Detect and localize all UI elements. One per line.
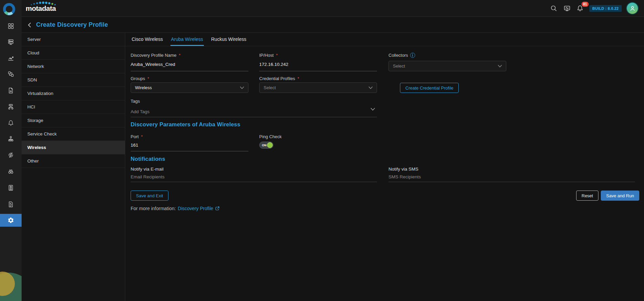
motadata-logo: motadata	[26, 4, 56, 12]
discovery-binoculars-icon[interactable]	[0, 165, 22, 178]
chevron-down-icon	[369, 86, 373, 89]
save-and-run-button[interactable]: Save and Run	[601, 191, 639, 201]
console-monitor-icon[interactable]	[563, 4, 571, 12]
port-value[interactable]: 161	[131, 143, 248, 148]
notify-sms-label: Notify via SMS	[388, 167, 419, 172]
ping-check-label: Ping Check	[259, 134, 281, 139]
sidebar-item-storage[interactable]: Storage	[22, 114, 125, 127]
more-info-footer: For more information: Discovery Profile	[131, 206, 220, 211]
app-window: motadata 81 BUILD : 8.0.22 Create Discov…	[0, 0, 644, 301]
sidebar-item-server[interactable]: Server	[22, 33, 125, 46]
topbar: motadata 81 BUILD : 8.0.22	[22, 0, 644, 17]
report-schedule-icon[interactable]	[0, 181, 22, 195]
ip-host-value[interactable]: 172.16.10.242	[259, 62, 377, 68]
discovery-profile-name-field[interactable]: Discovery Profile Name* Aruba_Wireless_C…	[131, 52, 248, 71]
sms-notify-field[interactable]: Notify via SMS SMS Recipients	[388, 166, 635, 182]
sidebar-item-sdn[interactable]: SDN	[22, 73, 125, 87]
discovery-profile-name-value[interactable]: Aruba_Wireless_Cred	[131, 62, 248, 68]
logo-dots-arc	[30, 1, 58, 6]
create-credential-profile-button[interactable]: Create Credential Profile	[400, 83, 459, 93]
notifications-bell-icon[interactable]: 81	[576, 4, 584, 12]
alerts-bell-icon[interactable]	[0, 116, 22, 130]
servers-monitor-icon[interactable]	[0, 35, 22, 49]
build-version-badge: BUILD : 8.0.22	[589, 5, 622, 12]
more-info-text: For more information:	[131, 206, 176, 211]
sidebar-item-cloud[interactable]: Cloud	[22, 46, 125, 60]
notify-email-label: Notify via E-mail	[131, 167, 164, 172]
input-underline	[388, 182, 635, 182]
sidebar-item-network[interactable]: Network	[22, 60, 125, 73]
document-icon[interactable]	[0, 84, 22, 97]
notifications-heading: Notifications	[131, 156, 165, 162]
email-notify-field[interactable]: Notify via E-mail Email Recipients	[131, 166, 377, 182]
info-icon[interactable]	[410, 53, 415, 58]
groups-field: Groups* Wireless	[131, 76, 248, 93]
collectors-select[interactable]: Select	[388, 61, 506, 71]
external-link-icon	[215, 206, 220, 211]
app-icon-rail	[0, 0, 22, 301]
credential-profiles-field: Credential Profiles* Select	[259, 76, 377, 93]
motadata-logo-mark	[3, 3, 15, 15]
chevron-down-icon[interactable]	[371, 108, 375, 111]
tab-aruba-wireless[interactable]: Aruba Wireless	[170, 33, 204, 46]
ip-host-label: IP/Host	[259, 53, 274, 58]
ip-host-field[interactable]: IP/Host* 172.16.10.242	[259, 52, 377, 71]
reset-button[interactable]: Reset	[576, 191, 598, 201]
compliance-doc-check-icon[interactable]	[0, 198, 22, 211]
topology-tree-icon[interactable]	[0, 132, 22, 146]
input-underline	[131, 182, 377, 182]
performance-chart-icon[interactable]	[0, 51, 22, 65]
dashboard-grid-icon[interactable]	[0, 19, 22, 33]
topology-flow-icon[interactable]	[0, 67, 22, 81]
sidebar-item-other[interactable]: Other	[22, 154, 125, 168]
discovery-parameters-heading: Discovery Parameters of Aruba Wireless	[131, 121, 240, 128]
input-underline	[259, 71, 377, 71]
tags-field[interactable]: Tags Add Tags	[131, 98, 377, 117]
port-label: Port	[131, 134, 139, 139]
category-sidebar: Server Cloud Network SDN Virtualization …	[22, 33, 125, 301]
page-header: Create Discovery Profile	[22, 17, 644, 33]
network-sitemap-icon[interactable]	[0, 100, 22, 114]
tab-cisco-wireless[interactable]: Cisco Wireless	[131, 33, 164, 46]
ping-check-toggle[interactable]: ON	[259, 142, 273, 149]
tab-ruckus-wireless[interactable]: Ruckus Wireless	[211, 33, 247, 46]
groups-select[interactable]: Wireless	[131, 82, 248, 93]
chevron-down-icon	[240, 86, 244, 89]
collectors-select-value: Select	[393, 64, 405, 69]
discovery-profile-name-label: Discovery Profile Name	[131, 53, 177, 58]
required-marker: *	[276, 53, 278, 58]
input-underline	[131, 117, 377, 117]
input-underline	[131, 151, 248, 151]
toggle-state-label: ON	[262, 144, 267, 147]
collectors-field: Collectors Select	[388, 52, 506, 71]
input-underline	[131, 71, 248, 71]
ping-check-field: Ping Check ON	[259, 134, 377, 149]
main-content: Cisco Wireless Aruba Wireless Ruckus Wir…	[125, 33, 644, 301]
user-avatar[interactable]	[627, 3, 638, 14]
back-chevron-icon[interactable]	[24, 20, 34, 30]
chevron-down-icon	[498, 65, 502, 68]
topbar-actions: 81 BUILD : 8.0.22	[550, 3, 644, 14]
settings-gear-icon[interactable]	[0, 214, 22, 227]
email-recipients-placeholder[interactable]: Email Recipients	[131, 174, 377, 180]
tags-placeholder[interactable]: Add Tags	[131, 109, 377, 115]
discovery-profile-doc-link[interactable]: Discovery Profile	[178, 206, 220, 211]
save-and-exit-button[interactable]: Save and Exit	[131, 191, 168, 201]
required-marker: *	[141, 134, 143, 139]
notification-count-badge: 81	[582, 2, 589, 7]
port-field[interactable]: Port* 161	[131, 134, 248, 151]
groups-select-value: Wireless	[135, 85, 152, 90]
sidebar-item-virtualization[interactable]: Virtualization	[22, 87, 125, 100]
credential-profiles-select-value: Select	[264, 85, 276, 90]
doc-link-label: Discovery Profile	[178, 206, 213, 211]
tags-label: Tags	[131, 99, 140, 104]
page-title: Create Discovery Profile	[36, 21, 108, 28]
sidebar-item-hci[interactable]: HCI	[22, 100, 125, 114]
sms-recipients-placeholder[interactable]: SMS Recipients	[388, 174, 635, 180]
sidebar-item-wireless[interactable]: Wireless	[22, 141, 125, 154]
sidebar-item-service-check[interactable]: Service Check	[22, 127, 125, 141]
collectors-label: Collectors	[388, 53, 408, 58]
search-icon[interactable]	[550, 4, 558, 12]
automation-sync-icon[interactable]	[0, 148, 22, 162]
credential-profiles-select[interactable]: Select	[259, 82, 377, 93]
